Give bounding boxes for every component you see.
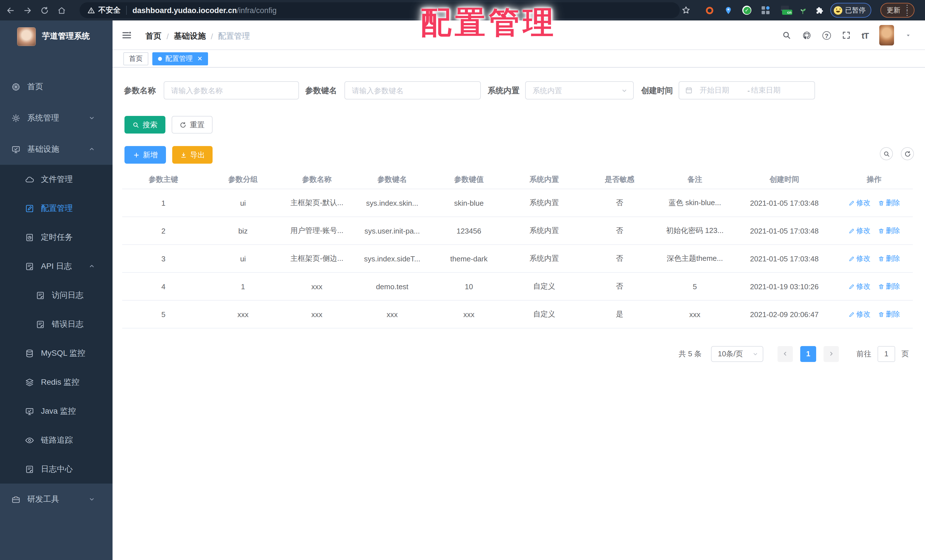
chevron-down-icon: [88, 114, 95, 122]
cell-value: skin-blue: [432, 199, 506, 207]
goto-page-input[interactable]: [878, 346, 895, 361]
close-icon[interactable]: ✕: [197, 55, 202, 63]
sidebar-item-label: 首页: [27, 81, 43, 92]
breadcrumb-current: 配置管理: [218, 31, 250, 42]
toolbox-icon: [11, 495, 21, 504]
sidebar-item-infra[interactable]: 基础设施: [0, 134, 113, 165]
breadcrumb-home[interactable]: 首页: [146, 31, 161, 42]
sidebar-item-label: 系统管理: [27, 113, 59, 123]
search-icon: [133, 121, 139, 128]
date-start-placeholder[interactable]: 开始日期: [700, 85, 746, 95]
font-size-icon[interactable]: tT: [862, 30, 868, 40]
extension-ring-icon[interactable]: [706, 6, 713, 14]
extension-pin-icon[interactable]: [724, 6, 733, 15]
date-end-placeholder[interactable]: 结束日期: [751, 85, 780, 95]
github-icon[interactable]: [802, 30, 812, 40]
cell-name: 主框架页-侧边...: [281, 253, 353, 263]
page-size-select[interactable]: 10条/页: [711, 346, 763, 362]
delete-link[interactable]: 删除: [878, 254, 900, 263]
sidebar-item-java[interactable]: Java 监控: [0, 397, 113, 426]
edit-link[interactable]: 修改: [848, 226, 871, 236]
refresh-table-button[interactable]: [901, 147, 914, 160]
edit-link[interactable]: 修改: [848, 282, 871, 291]
extensions-puzzle-icon[interactable]: [815, 6, 824, 15]
config-table: 参数主键 参数分组 参数名称 参数键名 参数键值 系统内置 是否敏感 备注 创建…: [122, 170, 913, 328]
breadcrumb-separator: /: [167, 32, 169, 41]
sidebar-item-api-log[interactable]: API 日志: [0, 252, 113, 281]
sidebar-item-files[interactable]: 文件管理: [0, 165, 113, 194]
tag-config[interactable]: 配置管理 ✕: [152, 52, 208, 65]
user-avatar[interactable]: [879, 25, 894, 45]
extension-green-icon[interactable]: ✓: [742, 6, 751, 15]
cell-key: sys.index.sideT...: [353, 254, 432, 263]
search-button-label: 搜索: [143, 120, 157, 130]
log-icon: [36, 291, 45, 300]
search-button[interactable]: 搜索: [125, 116, 166, 134]
edit-link[interactable]: 修改: [848, 198, 871, 208]
fullscreen-icon[interactable]: [842, 31, 851, 40]
sidebar-item-redis[interactable]: Redis 监控: [0, 368, 113, 397]
delete-link[interactable]: 删除: [878, 226, 900, 236]
not-secure-label[interactable]: 不安全: [98, 5, 121, 15]
breadcrumb-infra[interactable]: 基础设施: [174, 31, 206, 42]
delete-link[interactable]: 删除: [878, 309, 900, 319]
date-range-picker[interactable]: 开始日期 - 结束日期: [679, 81, 815, 99]
cell-create-time: 2021-01-05 17:03:48: [733, 199, 836, 207]
main-content: 参数名称 参数键名 系统内置 创建时间 开始日期 - 结束日期 搜索 重置: [113, 68, 925, 560]
app-logo-row[interactable]: 芋道管理系统: [0, 21, 113, 52]
search-icon[interactable]: [782, 31, 791, 40]
bookmark-star-icon[interactable]: [681, 6, 690, 15]
caret-down-icon[interactable]: [905, 32, 911, 39]
current-page-button[interactable]: 1: [800, 346, 816, 362]
hamburger-icon[interactable]: [122, 30, 132, 40]
cell-key: sys.user.init-pa...: [353, 226, 432, 235]
chevron-down-icon: [752, 350, 759, 357]
add-button[interactable]: 新增: [125, 146, 166, 164]
builtin-select[interactable]: [525, 81, 634, 99]
edit-link[interactable]: 修改: [848, 309, 871, 319]
sidebar-item-home[interactable]: 首页: [0, 71, 113, 102]
browser-home-icon[interactable]: [57, 6, 66, 15]
cell-remark: 蓝色 skin-blue...: [657, 198, 733, 208]
reset-button[interactable]: 重置: [172, 116, 212, 134]
extension-leaf-icon[interactable]: [798, 6, 807, 15]
sidebar-item-jobs[interactable]: 定时任务: [0, 223, 113, 252]
extension-cn-icon[interactable]: cn: [781, 6, 790, 15]
delete-link[interactable]: 删除: [878, 198, 900, 208]
cell-sensitive: 否: [583, 281, 657, 292]
chevron-left-icon: [782, 350, 789, 357]
table-header-cell: 是否敏感: [583, 175, 657, 185]
url-host[interactable]: dashboard.yudao.iocoder.cn: [133, 6, 237, 15]
sidebar-item-log-center[interactable]: 日志中心: [0, 455, 113, 483]
edit-link[interactable]: 修改: [848, 254, 871, 263]
param-name-input[interactable]: [164, 86, 298, 95]
browser-menu-icon[interactable]: ⋮⋮: [904, 5, 910, 16]
builtin-select-value[interactable]: [526, 86, 633, 95]
cell-create-time: 2021-01-19 03:10:26: [733, 282, 836, 291]
cell-sensitive: 否: [583, 253, 657, 263]
sidebar-item-tracing[interactable]: 链路追踪: [0, 426, 113, 455]
tag-home[interactable]: 首页: [124, 52, 148, 65]
browser-forward-icon[interactable]: [23, 6, 32, 15]
sidebar-item-devtools[interactable]: 研发工具: [0, 483, 113, 515]
java-monitor-icon: [25, 406, 34, 415]
export-button[interactable]: 导出: [172, 146, 212, 164]
sidebar-item-access-log[interactable]: 访问日志: [0, 281, 113, 310]
sidebar-item-config[interactable]: 配置管理: [0, 194, 113, 223]
paused-badge[interactable]: 已暂停: [830, 3, 871, 18]
param-key-input[interactable]: [345, 86, 480, 95]
toggle-search-button[interactable]: [880, 147, 893, 160]
sidebar-item-mysql[interactable]: MySQL 监控: [0, 339, 113, 368]
help-icon[interactable]: ?: [823, 31, 831, 39]
prev-page-button[interactable]: [777, 346, 793, 362]
eye-icon: [25, 435, 34, 445]
sidebar-item-system[interactable]: 系统管理: [0, 102, 113, 134]
sidebar-item-error-log[interactable]: 错误日志: [0, 310, 113, 339]
next-page-button[interactable]: [824, 346, 839, 362]
address-bar[interactable]: 不安全 dashboard.yudao.iocoder.cn/infra/con…: [80, 2, 680, 18]
browser-back-icon[interactable]: [6, 6, 15, 15]
update-button[interactable]: 更新 ⋮⋮: [880, 3, 914, 18]
browser-reload-icon[interactable]: [40, 6, 49, 15]
delete-link[interactable]: 删除: [878, 282, 900, 291]
extension-grid-icon[interactable]: [762, 6, 770, 14]
